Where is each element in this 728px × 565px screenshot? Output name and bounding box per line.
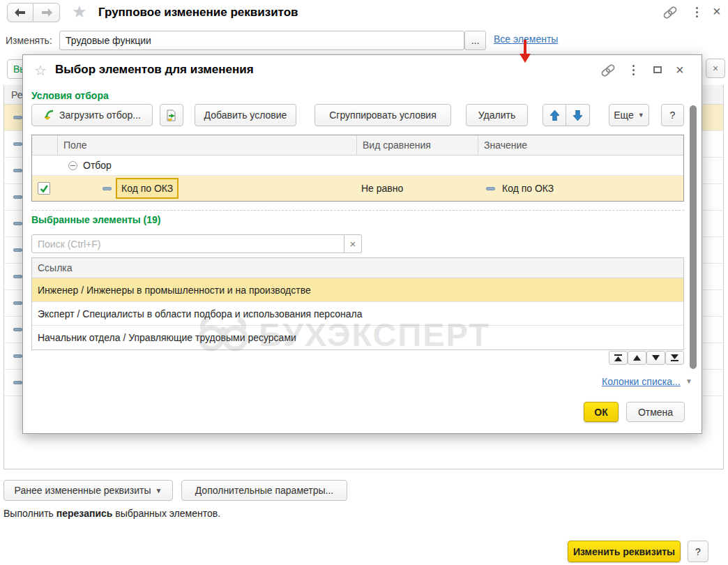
rewrite-note: Выполнить перезапись выбранных элементов… <box>3 508 220 519</box>
row-marker-icon <box>13 328 22 331</box>
checkmark-icon <box>39 183 49 193</box>
back-arrow-icon <box>15 8 26 17</box>
row-marker-icon <box>13 275 22 278</box>
dialog-help-button[interactable]: ? <box>661 104 684 126</box>
go-up-icon <box>633 355 641 361</box>
move-buttons <box>543 104 590 126</box>
section-splitter[interactable] <box>31 210 684 211</box>
dialog-close-icon[interactable]: × <box>676 63 684 77</box>
list-item[interactable]: Начальник отдела / Управляющие трудовыми… <box>32 326 683 349</box>
selection-dialog: ☆ Выбор элементов для изменения × Услови… <box>22 54 702 434</box>
conditions-table: Поле Вид сравнения Значение Отбор Код по… <box>31 135 684 202</box>
condition-comparison-cell[interactable]: Не равно <box>361 183 403 194</box>
change-attributes-button[interactable]: Изменить реквизиты <box>568 541 681 562</box>
dialog-favorite-star-icon[interactable]: ☆ <box>34 63 47 77</box>
main-window-title: Групповое изменение реквизитов <box>98 6 298 20</box>
go-last-button[interactable] <box>665 351 684 365</box>
list-column-header[interactable]: Ссылка <box>32 258 683 278</box>
list-item[interactable]: Инженер / Инженеры в промышленности и на… <box>32 278 683 302</box>
selected-elements-table: Ссылка Инженер / Инженеры в промышленнос… <box>31 257 684 350</box>
move-up-icon <box>550 110 559 121</box>
get-link-icon[interactable] <box>662 6 678 20</box>
group-conditions-button[interactable]: Сгруппировать условия <box>314 104 451 126</box>
save-filter-icon <box>166 110 177 121</box>
tree-collapse-icon[interactable] <box>68 161 77 170</box>
go-up-button[interactable] <box>628 351 646 365</box>
move-up-button[interactable] <box>543 104 566 126</box>
search-input[interactable] <box>31 234 344 253</box>
row-marker-icon <box>13 169 22 172</box>
load-filter-button[interactable]: Загрузить отбор... <box>31 104 153 126</box>
background-clear-button[interactable]: × <box>706 59 725 78</box>
window-menu-icon[interactable] <box>696 7 698 17</box>
favorite-star-icon[interactable]: ★ <box>72 3 87 20</box>
row-marker-icon <box>13 222 22 225</box>
change-label: Изменять: <box>6 35 52 46</box>
column-value: Значение <box>478 140 683 151</box>
ok-button[interactable]: ОК <box>584 402 619 422</box>
search-clear-icon: × <box>350 238 356 250</box>
condition-field-cell[interactable]: Код по ОКЗ <box>116 178 179 199</box>
condition-row[interactable]: Код по ОКЗ Не равно Код по ОКЗ <box>32 176 683 201</box>
forward-arrow-icon <box>41 8 52 17</box>
list-columns-link[interactable]: Колонки списка... <box>602 376 681 387</box>
move-down-icon <box>573 110 582 121</box>
history-nav <box>7 3 60 22</box>
dialog-maximize-icon[interactable] <box>653 66 662 73</box>
scroll-more-icon[interactable]: ▼ <box>685 377 692 385</box>
delete-condition-button[interactable]: Удалить <box>466 104 528 126</box>
condition-checkbox[interactable] <box>38 182 50 195</box>
back-button[interactable] <box>7 3 33 22</box>
change-object-input[interactable] <box>59 31 464 50</box>
save-filter-button[interactable] <box>160 104 183 126</box>
main-close-icon[interactable]: × <box>713 4 721 18</box>
more-button[interactable]: Еще ▼ <box>609 104 649 126</box>
app-window: ★ Групповое изменение реквизитов × Измен… <box>0 0 728 565</box>
search-box: × <box>31 234 362 253</box>
row-marker-icon <box>13 195 22 199</box>
conditions-section-title: Условия отбора <box>31 90 109 101</box>
condition-value-cell[interactable]: Код по ОКЗ <box>502 183 554 194</box>
load-filter-icon <box>43 110 55 121</box>
main-help-button[interactable]: ? <box>688 541 708 562</box>
go-down-button[interactable] <box>646 351 665 365</box>
previous-attributes-button[interactable]: Ранее измененные реквизиты ▼ <box>3 480 173 501</box>
go-first-icon <box>614 354 622 361</box>
cancel-button[interactable]: Отмена <box>626 402 685 422</box>
dialog-menu-icon[interactable] <box>632 65 635 75</box>
add-condition-button[interactable]: Добавить условие <box>195 104 296 126</box>
annotation-arrow-icon <box>520 40 531 63</box>
list-item[interactable]: Эксперт / Специалисты в области подбора … <box>32 302 683 326</box>
go-first-button[interactable] <box>609 351 628 365</box>
row-marker-icon <box>486 187 495 190</box>
row-marker-icon <box>103 187 112 190</box>
column-comparison: Вид сравнения <box>357 140 478 151</box>
move-down-button[interactable] <box>566 104 590 126</box>
choose-object-button[interactable]: ... <box>464 31 486 50</box>
dialog-scrollbar-thumb[interactable] <box>690 105 697 369</box>
row-marker-icon <box>13 142 22 146</box>
conditions-table-header[interactable]: Поле Вид сравнения Значение <box>32 135 683 156</box>
row-marker-icon <box>13 354 22 358</box>
additional-parameters-button[interactable]: Дополнительные параметры... <box>181 480 347 501</box>
go-down-icon <box>652 355 660 361</box>
dropdown-arrow-icon: ▼ <box>155 487 162 495</box>
dialog-title: Выбор элементов для изменения <box>55 63 254 77</box>
row-marker-icon <box>13 301 22 305</box>
go-last-icon <box>671 354 678 361</box>
selected-section-title: Выбранные элементы (19) <box>31 214 161 225</box>
filter-group-row[interactable]: Отбор <box>32 156 683 176</box>
column-field: Поле <box>58 140 356 151</box>
dropdown-arrow-icon: ▼ <box>638 112 644 119</box>
row-marker-icon <box>13 381 22 384</box>
row-marker-icon <box>13 248 22 252</box>
forward-button[interactable] <box>33 3 60 22</box>
search-clear-button[interactable]: × <box>344 234 362 253</box>
row-marker-icon <box>13 116 22 119</box>
dialog-link-icon[interactable] <box>600 63 616 77</box>
